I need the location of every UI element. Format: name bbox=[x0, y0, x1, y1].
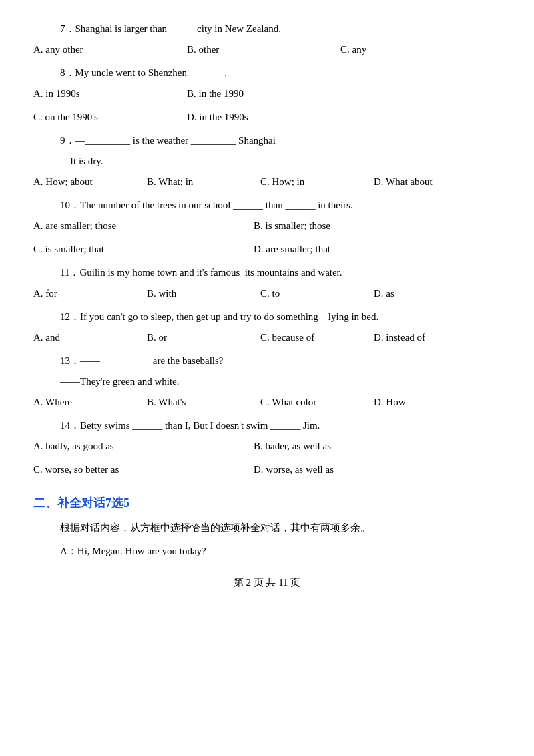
q9-text: 9．—_________ is the weather _________ Sh… bbox=[60, 132, 501, 150]
q8-options-2: C. on the 1990's D. in the 1990s bbox=[33, 108, 501, 126]
question-8: 8．My uncle went to Shenzhen _______. A. … bbox=[33, 64, 501, 126]
q11-options: A. for B. with C. to D. as bbox=[33, 285, 501, 303]
q13-option-c: C. What color bbox=[260, 393, 367, 411]
q14-text: 14．Betty swims ______ than I, But I does… bbox=[60, 417, 501, 435]
q7-text: 7．Shanghai is larger than _____ city in … bbox=[60, 20, 501, 38]
question-7: 7．Shanghai is larger than _____ city in … bbox=[33, 20, 501, 59]
q8-option-b: B. in the 1990 bbox=[187, 85, 334, 103]
q7-option-c: C. any bbox=[340, 41, 487, 59]
section2-title: 二、补全对话7选5 bbox=[33, 492, 501, 514]
page-number: 第 2 页 共 11 页 bbox=[33, 574, 501, 592]
q7-option-a: A. any other bbox=[33, 41, 180, 59]
q10-text: 10．The number of the trees in our school… bbox=[60, 196, 501, 214]
q13-text: 13．——__________ are the baseballs? bbox=[60, 352, 501, 370]
question-13: 13．——__________ are the baseballs? ——The… bbox=[33, 352, 501, 411]
question-14: 14．Betty swims ______ than I, But I does… bbox=[33, 417, 501, 479]
q14-option-b: B. bader, as well as bbox=[254, 437, 467, 455]
q8-option-d: D. in the 1990s bbox=[187, 108, 334, 126]
q12-text: 12．If you can't go to sleep, then get up… bbox=[60, 308, 501, 326]
q12-option-a: A. and bbox=[33, 329, 140, 347]
q10-options-2: C. is smaller; that D. are smaller; that bbox=[33, 240, 501, 258]
q13-option-b: B. What's bbox=[147, 393, 254, 411]
q8-text: 8．My uncle went to Shenzhen _______. bbox=[60, 64, 501, 82]
q14-option-d: D. worse, as well as bbox=[254, 461, 467, 479]
q11-option-d: D. as bbox=[374, 285, 481, 303]
q8-options: A. in 1990s B. in the 1990 bbox=[33, 85, 501, 103]
q9-sub: —It is dry. bbox=[60, 152, 501, 170]
q10-option-b: B. is smaller; those bbox=[254, 217, 467, 235]
q9-option-b: B. What; in bbox=[147, 173, 254, 191]
q11-option-a: A. for bbox=[33, 285, 140, 303]
q13-sub: ——They're green and white. bbox=[60, 373, 501, 391]
q10-option-a: A. are smaller; those bbox=[33, 217, 247, 235]
q12-option-d: D. instead of bbox=[374, 329, 481, 347]
section2-instruction: 根据对话内容，从方框中选择恰当的选项补全对话，其中有两项多余。 bbox=[60, 519, 501, 537]
question-11: 11．Guilin is my home town and it's famou… bbox=[33, 264, 501, 303]
q13-options: A. Where B. What's C. What color D. How bbox=[33, 393, 501, 411]
q14-option-c: C. worse, so better as bbox=[33, 461, 247, 479]
q12-options: A. and B. or C. because of D. instead of bbox=[33, 329, 501, 347]
q8-option-a: A. in 1990s bbox=[33, 85, 180, 103]
q12-option-b: B. or bbox=[147, 329, 254, 347]
q12-option-c: C. because of bbox=[260, 329, 367, 347]
q14-options-1: A. badly, as good as B. bader, as well a… bbox=[33, 437, 501, 455]
q9-option-a: A. How; about bbox=[33, 173, 140, 191]
q11-text: 11．Guilin is my home town and it's famou… bbox=[60, 264, 501, 282]
q9-option-d: D. What about bbox=[374, 173, 481, 191]
q13-option-a: A. Where bbox=[33, 393, 140, 411]
q10-options-1: A. are smaller; those B. is smaller; tho… bbox=[33, 217, 501, 235]
question-9: 9．—_________ is the weather _________ Sh… bbox=[33, 132, 501, 191]
q9-option-c: C. How; in bbox=[260, 173, 367, 191]
q9-options: A. How; about B. What; in C. How; in D. … bbox=[33, 173, 501, 191]
q14-options-2: C. worse, so better as D. worse, as well… bbox=[33, 461, 501, 479]
q10-option-c: C. is smaller; that bbox=[33, 240, 247, 258]
question-12: 12．If you can't go to sleep, then get up… bbox=[33, 308, 501, 347]
q14-option-a: A. badly, as good as bbox=[33, 437, 247, 455]
dialogue-line-1: A：Hi, Megan. How are you today? bbox=[60, 542, 501, 560]
q11-option-b: B. with bbox=[147, 285, 254, 303]
q7-options: A. any other B. other C. any bbox=[33, 41, 501, 59]
q11-option-c: C. to bbox=[260, 285, 367, 303]
q13-option-d: D. How bbox=[374, 393, 481, 411]
q7-option-b: B. other bbox=[187, 41, 334, 59]
q10-option-d: D. are smaller; that bbox=[254, 240, 467, 258]
q8-option-c: C. on the 1990's bbox=[33, 108, 180, 126]
question-10: 10．The number of the trees in our school… bbox=[33, 196, 501, 258]
